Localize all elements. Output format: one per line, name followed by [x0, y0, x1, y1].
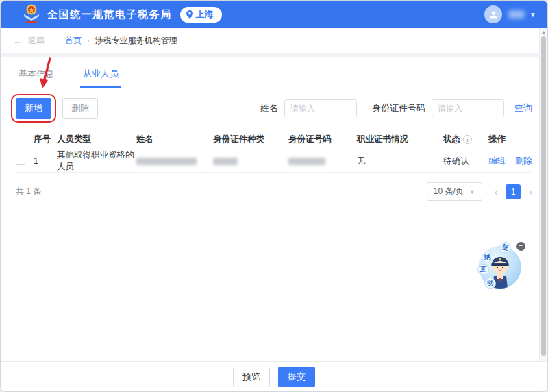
status-info-icon[interactable]: i	[463, 135, 472, 144]
tab-bar: 基本信息 从业人员	[16, 66, 532, 88]
edit-link[interactable]: 编辑	[488, 156, 506, 166]
username-redacted	[508, 10, 525, 19]
col-status: 状态	[443, 134, 460, 145]
row-checkbox[interactable]	[16, 156, 25, 165]
location-pin-icon	[186, 10, 193, 19]
name-search-input[interactable]	[284, 99, 357, 117]
tab-employees[interactable]: 从业人员	[80, 66, 121, 88]
cell-status: 待确认	[443, 156, 488, 167]
mascot-minimize-button[interactable]: −	[516, 242, 525, 251]
cell-id-type-redacted	[213, 158, 238, 165]
page-size-select[interactable]: 10 条/页 ▼	[427, 182, 482, 201]
table-header: 序号 人员类型 姓名 身份证件种类 身份证号码 职业证书情况 状态 i 操作	[16, 130, 532, 149]
breadcrumb-current: 涉税专业服务机构管理	[95, 35, 177, 47]
col-id-type: 身份证件种类	[213, 134, 288, 145]
total-count-label: 共 1 条	[16, 186, 41, 197]
scrollbar-up-arrow-icon[interactable]: ▲	[541, 29, 546, 34]
breadcrumb-home[interactable]: 首页	[65, 35, 82, 47]
cell-id-number-redacted	[288, 158, 325, 165]
toolbar: 新增 删除 姓名 身份证件号码 查询	[16, 98, 532, 119]
page-size-value: 10 条/页	[434, 186, 464, 197]
next-page-button[interactable]: ›	[529, 186, 532, 197]
interaction-mascot-widget[interactable]: 征 纳 互 动 −	[476, 242, 525, 293]
current-page-button[interactable]: 1	[506, 184, 521, 199]
scrollbar-thumb[interactable]	[541, 36, 546, 356]
preview-button[interactable]: 预览	[233, 367, 270, 387]
app-window: 全国统一规范电子税务局 上海 ▼ ← 返回 首页 › 涉税专业服务机构管理 基本…	[0, 0, 548, 392]
prev-page-button[interactable]: ‹	[495, 186, 498, 197]
back-link[interactable]: 返回	[28, 35, 45, 47]
col-certificate: 职业证书情况	[357, 134, 443, 145]
user-avatar[interactable]	[484, 5, 502, 23]
table-row: 1 其他取得职业资格的人员 无 待确认 编辑 删除	[16, 149, 532, 173]
location-label: 上海	[196, 8, 214, 21]
breadcrumb: ← 返回 首页 › 涉税专业服务机构管理	[1, 28, 547, 53]
col-id-number: 身份证号码	[288, 134, 357, 145]
main-content: 基本信息 从业人员 新增 删除 姓名 身份证件号码 查询 序号 人员类型 姓名 …	[1, 57, 547, 363]
user-menu-chevron-icon[interactable]: ▼	[530, 11, 536, 19]
select-all-checkbox[interactable]	[16, 134, 25, 143]
pagination: 共 1 条 10 条/页 ▼ ‹ 1 ›	[16, 182, 532, 201]
submit-button[interactable]: 提交	[278, 367, 315, 387]
app-title: 全国统一规范电子税务局	[47, 8, 172, 21]
col-person-type: 人员类型	[57, 134, 136, 145]
location-badge[interactable]: 上海	[180, 7, 222, 23]
col-name: 姓名	[136, 134, 213, 145]
cell-person-type: 其他取得职业资格的人员	[57, 149, 136, 173]
cell-name-redacted	[136, 158, 197, 165]
cell-certificate: 无	[357, 156, 443, 167]
cell-index: 1	[34, 156, 57, 166]
person-icon	[488, 10, 499, 20]
query-button[interactable]: 查询	[514, 102, 532, 114]
delete-button[interactable]: 删除	[62, 98, 98, 119]
col-actions: 操作	[488, 134, 532, 145]
id-search-label: 身份证件号码	[372, 102, 425, 114]
tab-basic-info[interactable]: 基本信息	[16, 66, 57, 88]
tax-bureau-logo-icon	[23, 4, 40, 25]
delete-link[interactable]: 删除	[514, 156, 532, 166]
back-arrow-icon[interactable]: ←	[13, 36, 23, 46]
add-button[interactable]: 新增	[16, 98, 51, 119]
top-header: 全国统一规范电子税务局 上海 ▼	[1, 1, 547, 28]
col-index: 序号	[34, 134, 57, 145]
breadcrumb-separator: ›	[87, 36, 90, 45]
select-chevron-icon: ▼	[469, 188, 475, 195]
name-search-label: 姓名	[260, 102, 278, 114]
footer-actions: 预览 提交	[1, 361, 547, 391]
vertical-scrollbar[interactable]: ▲	[539, 28, 547, 362]
id-search-input[interactable]	[432, 99, 504, 117]
